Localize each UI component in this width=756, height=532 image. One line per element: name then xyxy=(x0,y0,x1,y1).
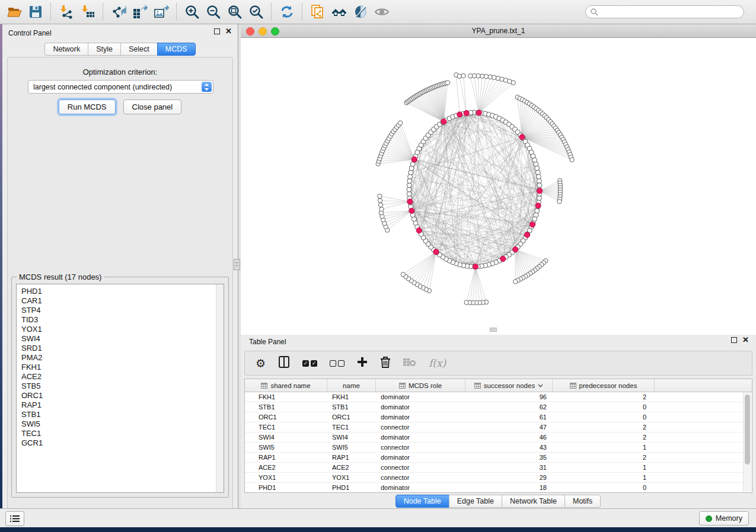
column-header-mcds-role[interactable]: MCDS role xyxy=(376,379,465,392)
tab-edge-table[interactable]: Edge Table xyxy=(449,495,502,508)
cell-predecessor-nodes: 0 xyxy=(553,412,655,422)
table-row[interactable]: FKH1FKH1dominator962 xyxy=(245,392,752,402)
memory-button[interactable]: Memory xyxy=(699,511,749,525)
mcds-node-item[interactable]: PMA2 xyxy=(21,353,43,363)
mcds-node-item[interactable]: STB5 xyxy=(21,382,43,391)
cell-predecessor-nodes: 1 xyxy=(553,473,655,482)
tab-motifs[interactable]: Motifs xyxy=(564,495,601,508)
log-console-button[interactable] xyxy=(5,511,24,526)
cell-mcds-role: connector xyxy=(376,463,465,472)
mcds-node-item[interactable]: CAR1 xyxy=(21,296,43,306)
mcds-node-item[interactable]: TEC1 xyxy=(21,429,43,438)
cell-successor-nodes: 47 xyxy=(465,422,553,432)
column-label: name xyxy=(343,382,360,389)
close-panel-icon[interactable]: ✕ xyxy=(742,337,749,343)
clone-network-icon[interactable] xyxy=(307,3,328,21)
float-panel-icon[interactable] xyxy=(731,337,737,343)
mcds-node-item[interactable]: SWI4 xyxy=(21,334,43,344)
mcds-node-item[interactable]: GCR1 xyxy=(21,438,43,448)
save-session-icon[interactable] xyxy=(25,3,46,21)
show-details-eye-icon[interactable] xyxy=(371,3,393,21)
cell-successor-nodes: 29 xyxy=(465,473,553,482)
column-header-predecessor-nodes[interactable]: predecessor nodes xyxy=(553,379,655,392)
tab-network-table[interactable]: Network Table xyxy=(502,495,565,508)
toolbar-separator xyxy=(176,4,177,20)
zoom-out-icon[interactable] xyxy=(203,3,224,21)
divider-grip-icon[interactable] xyxy=(234,259,240,270)
cell-predecessor-nodes: 2 xyxy=(553,432,655,442)
deselect-all-rows-icon[interactable] xyxy=(330,360,344,367)
import-network-icon[interactable] xyxy=(56,3,77,21)
column-label: MCDS role xyxy=(409,382,442,389)
column-header-name[interactable]: name xyxy=(327,379,376,392)
mcds-node-item[interactable]: STP4 xyxy=(21,306,43,315)
column-header-shared-name[interactable]: shared name xyxy=(245,379,327,392)
tab-node-table[interactable]: Node Table xyxy=(395,495,449,508)
select-all-rows-icon[interactable]: ✓✓ xyxy=(302,360,317,367)
float-panel-icon[interactable] xyxy=(214,28,220,34)
cell-mcds-role: dominator xyxy=(376,453,465,462)
table-row[interactable]: PHD1PHD1dominator180 xyxy=(245,483,752,493)
mcds-node-item[interactable]: FKH1 xyxy=(21,363,43,372)
select-stepper-icon xyxy=(202,82,212,92)
table-row[interactable]: ORC1ORC1dominator610 xyxy=(245,412,752,422)
export-network-icon[interactable] xyxy=(108,3,129,21)
table-row[interactable]: TEC1TEC1connector472 xyxy=(245,422,752,432)
export-image-icon[interactable] xyxy=(151,3,172,21)
apply-style-refresh-icon[interactable] xyxy=(276,3,298,21)
tab-style[interactable]: Style xyxy=(88,43,121,56)
tab-mcds[interactable]: MCDS xyxy=(157,43,196,56)
close-panel-icon[interactable]: ✕ xyxy=(225,28,232,34)
table-row[interactable]: YOX1YOX1connector291 xyxy=(245,473,752,483)
mcds-result-list[interactable]: PHD1CAR1STP4TID3YOX1SWI4SRD1PMA2FKH1ACE2… xyxy=(16,284,224,493)
mcds-node-item[interactable]: ACE2 xyxy=(21,372,43,382)
cell-predecessor-nodes: 2 xyxy=(553,422,655,432)
mcds-node-item[interactable]: YOX1 xyxy=(21,325,43,334)
open-file-icon[interactable] xyxy=(4,3,25,21)
import-table-icon[interactable] xyxy=(77,3,98,21)
mcds-node-item[interactable]: SWI5 xyxy=(21,419,43,429)
table-row[interactable]: ACE2ACE2connector311 xyxy=(245,463,752,473)
function-builder-icon: f(x) xyxy=(429,357,446,369)
mcds-node-item[interactable]: ORC1 xyxy=(21,391,43,400)
zoom-fit-icon[interactable] xyxy=(224,3,245,21)
first-neighbors-icon[interactable] xyxy=(328,3,350,21)
toolbar-separator xyxy=(103,4,104,20)
table-row[interactable]: RAP1RAP1dominator352 xyxy=(245,453,752,463)
show-columns-icon[interactable] xyxy=(278,356,290,370)
column-header-successor-nodes[interactable]: successor nodes xyxy=(465,379,553,392)
table-row[interactable]: SWI4SWI4dominator462 xyxy=(245,432,752,443)
divider-grip-horizontal-icon[interactable] xyxy=(490,328,497,332)
table-settings-gear-icon[interactable]: ⚙ xyxy=(256,358,266,369)
column-type-icon xyxy=(261,383,267,389)
table-scrollbar-thumb[interactable] xyxy=(745,395,750,464)
criterion-select[interactable]: largest connected component (undirected) xyxy=(28,80,213,94)
mcds-node-item[interactable]: RAP1 xyxy=(21,400,43,410)
tab-select[interactable]: Select xyxy=(120,43,158,56)
table-scrollbar[interactable] xyxy=(743,392,751,492)
network-view-canvas[interactable] xyxy=(241,38,756,335)
mcds-node-item[interactable]: SRD1 xyxy=(21,344,43,353)
export-table-icon[interactable] xyxy=(129,3,151,21)
delete-column-trash-icon[interactable] xyxy=(380,356,391,370)
mcds-result-group: MCDS result (17 nodes) PHD1CAR1STP4TID3Y… xyxy=(11,277,229,498)
zoom-selected-icon[interactable] xyxy=(245,3,267,21)
cell-name: TEC1 xyxy=(327,422,376,432)
table-header-row: shared namenameMCDS rolesuccessor nodesp… xyxy=(245,379,752,392)
run-mcds-button[interactable]: Run MCDS xyxy=(59,100,116,114)
cell-mcds-role: dominator xyxy=(376,392,465,402)
hide-details-icon[interactable] xyxy=(350,3,371,21)
table-row[interactable]: SWI5SWI5connector431 xyxy=(245,443,752,453)
mcds-node-item[interactable]: STB1 xyxy=(21,410,43,419)
mcds-node-item[interactable]: PHD1 xyxy=(21,287,43,296)
result-list-scrollbar[interactable] xyxy=(216,284,224,492)
tab-network[interactable]: Network xyxy=(44,43,88,56)
zoom-in-icon[interactable] xyxy=(181,3,203,21)
network-window-titlebar[interactable]: YPA_prune.txt_1 xyxy=(241,24,756,38)
table-row[interactable]: STB1STB1dominator620 xyxy=(245,402,752,412)
close-panel-button[interactable]: Close panel xyxy=(123,100,182,114)
mcds-node-item[interactable]: TID3 xyxy=(21,315,43,325)
search-input[interactable] xyxy=(585,5,744,18)
cell-predecessor-nodes: 0 xyxy=(553,402,655,412)
add-column-icon[interactable] xyxy=(357,357,368,370)
